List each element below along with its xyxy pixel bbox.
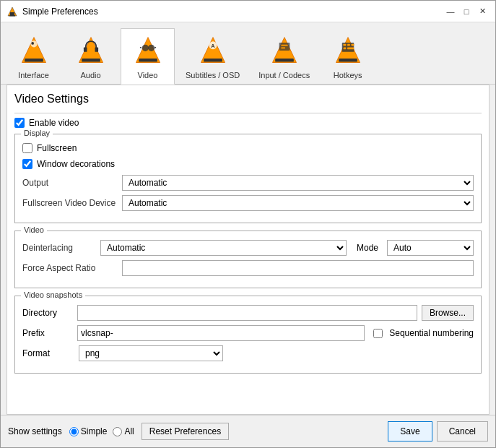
svg-rect-34 — [343, 47, 346, 49]
tab-interface[interactable]: Interface — [6, 28, 61, 84]
svg-rect-20 — [204, 59, 222, 62]
tab-video-label: Video — [138, 71, 158, 79]
all-radio[interactable] — [113, 427, 122, 436]
close-button[interactable]: ✕ — [475, 4, 490, 19]
cancel-button[interactable]: Cancel — [437, 421, 488, 441]
minimize-button[interactable]: — — [443, 4, 458, 19]
force-aspect-input[interactable] — [122, 260, 474, 276]
svg-rect-25 — [279, 43, 290, 51]
page-title: Video Settings — [14, 92, 482, 105]
output-label: Output — [22, 178, 116, 188]
svg-rect-1 — [10, 12, 14, 15]
sequential-row: Sequential numbering — [373, 328, 474, 338]
main-window: Simple Preferences — □ ✕ Interface — [0, 0, 496, 448]
svg-point-15 — [148, 45, 155, 51]
output-select[interactable]: Automatic DirectX video output (DirectDr… — [122, 175, 474, 191]
window-title: Simple Preferences — [22, 7, 98, 17]
deinterlacing-row: Deinterlacing Automatic On Off Mode Auto… — [22, 240, 474, 256]
svg-rect-5 — [25, 59, 43, 62]
bottom-left: Show settings Simple All Reset Preferenc… — [8, 423, 229, 440]
tab-input[interactable]: Input / Codecs — [251, 28, 318, 84]
tab-icon-subtitles: A — [196, 33, 230, 68]
svg-rect-13 — [139, 59, 157, 62]
force-aspect-label: Force Aspect Ratio — [22, 263, 116, 273]
tab-subtitles[interactable]: A Subtitles / OSD — [178, 28, 248, 84]
fullscreen-checkbox[interactable] — [22, 143, 32, 153]
show-settings-label: Show settings — [8, 426, 62, 436]
force-aspect-row: Force Aspect Ratio — [22, 260, 474, 276]
tab-audio[interactable]: Audio — [64, 28, 118, 84]
svg-point-7 — [31, 42, 34, 45]
svg-rect-32 — [347, 44, 350, 46]
enable-video-label: Enable video — [29, 118, 79, 128]
fullscreen-device-control: Automatic — [122, 195, 474, 211]
sequential-checkbox[interactable] — [373, 329, 383, 338]
format-select[interactable]: png jpg tiff — [79, 345, 223, 361]
tab-interface-label: Interface — [18, 71, 49, 79]
svg-line-18 — [155, 47, 156, 48]
maximize-button[interactable]: □ — [459, 4, 474, 19]
snapshots-group: Video snapshots Directory Browse... Pref… — [14, 296, 482, 374]
output-control: Automatic DirectX video output (DirectDr… — [122, 175, 474, 191]
svg-rect-26 — [281, 45, 287, 46]
fullscreen-device-label: Fullscreen Video Device — [22, 198, 116, 208]
svg-rect-10 — [83, 47, 87, 51]
deinterlacing-label: Deinterlacing — [22, 243, 95, 253]
video-group: Video Deinterlacing Automatic On Off Mod… — [14, 231, 482, 288]
bottom-bar: Show settings Simple All Reset Preferenc… — [1, 415, 495, 447]
tab-hotkeys-label: Hotkeys — [334, 71, 362, 79]
deinterlacing-control: Automatic On Off — [100, 240, 347, 256]
video-group-content: Deinterlacing Automatic On Off Mode Auto… — [22, 240, 474, 276]
fullscreen-label: Fullscreen — [37, 143, 77, 153]
svg-rect-33 — [351, 44, 354, 46]
tab-icon-input — [267, 33, 302, 68]
tab-icon-interface — [17, 33, 51, 68]
prefix-row: Prefix Sequential numbering — [22, 325, 474, 341]
all-radio-item: All — [113, 426, 134, 436]
browse-button[interactable]: Browse... — [422, 305, 474, 321]
tab-audio-label: Audio — [80, 71, 100, 79]
deinterlacing-select[interactable]: Automatic On Off — [100, 240, 347, 256]
svg-rect-35 — [347, 47, 354, 49]
content-area: Video Settings Enable video Display Full… — [6, 85, 490, 415]
tab-hotkeys[interactable]: Hotkeys — [321, 28, 375, 84]
svg-line-17 — [140, 47, 142, 48]
simple-radio[interactable] — [69, 427, 79, 436]
radio-group: Simple All — [69, 426, 134, 436]
title-bar: Simple Preferences — □ ✕ — [1, 1, 495, 22]
format-label: Format — [22, 348, 73, 358]
tabs-bar: Interface Audio — [1, 22, 495, 85]
title-divider — [14, 113, 482, 113]
output-row: Output Automatic DirectX video output (D… — [22, 175, 474, 191]
bottom-right: Save Cancel — [388, 421, 488, 441]
svg-rect-9 — [82, 59, 100, 62]
mode-control: Auto Discard Blend Mean Bob Linear X Yad… — [387, 240, 474, 256]
tab-icon-audio — [74, 33, 108, 68]
sequential-label: Sequential numbering — [389, 328, 474, 338]
tab-input-label: Input / Codecs — [258, 71, 310, 79]
title-bar-controls: — □ ✕ — [443, 4, 490, 19]
mode-label: Mode — [357, 243, 378, 253]
vlc-icon — [6, 6, 18, 17]
save-button[interactable]: Save — [388, 421, 432, 441]
force-aspect-control — [122, 260, 474, 276]
enable-video-checkbox[interactable] — [14, 118, 25, 128]
svg-text:A: A — [211, 43, 215, 49]
window-decorations-row: Window decorations — [22, 159, 474, 169]
video-group-label: Video — [21, 225, 47, 234]
title-bar-left: Simple Preferences — [6, 6, 98, 17]
tab-video[interactable]: Video — [121, 28, 175, 85]
mode-select[interactable]: Auto Discard Blend Mean Bob Linear X Yad… — [387, 240, 474, 256]
directory-input[interactable] — [77, 305, 417, 321]
all-radio-label: All — [124, 426, 134, 436]
fullscreen-device-row: Fullscreen Video Device Automatic — [22, 195, 474, 211]
simple-radio-item: Simple — [69, 426, 108, 436]
window-decorations-checkbox[interactable] — [22, 159, 32, 169]
svg-rect-29 — [339, 59, 357, 62]
svg-rect-24 — [275, 59, 294, 62]
tab-icon-video — [131, 33, 165, 68]
reset-button[interactable]: Reset Preferences — [142, 423, 229, 440]
prefix-input[interactable] — [77, 325, 365, 341]
fullscreen-device-select[interactable]: Automatic — [122, 195, 474, 211]
display-group: Display Fullscreen Window decorations Ou… — [14, 134, 482, 223]
